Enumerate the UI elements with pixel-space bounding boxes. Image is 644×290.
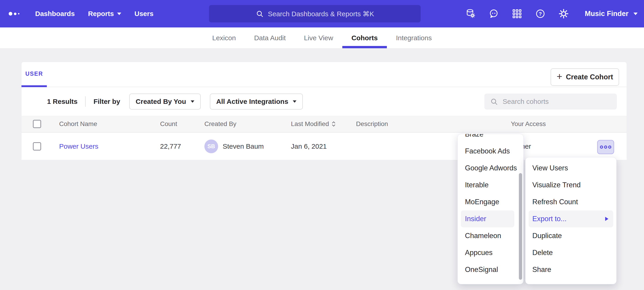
tab-data-audit[interactable]: Data Audit bbox=[245, 28, 295, 48]
more-dots-icon bbox=[598, 143, 613, 151]
chevron-down-icon bbox=[191, 100, 194, 103]
svg-text:?: ? bbox=[539, 11, 542, 17]
feedback-chat-icon[interactable] bbox=[488, 9, 499, 19]
help-icon[interactable]: ? bbox=[535, 9, 546, 19]
menu-item-google-adwords[interactable]: Google Adwords bbox=[458, 160, 524, 177]
logo-dot-medium bbox=[14, 13, 16, 15]
project-name: Music Finder bbox=[585, 10, 628, 18]
nav-users-label: Users bbox=[134, 10, 154, 18]
apps-grid-icon[interactable] bbox=[512, 9, 522, 19]
global-search-placeholder: Search Dashboards & Reports ⌘K bbox=[268, 10, 374, 18]
divider bbox=[85, 96, 86, 107]
tab-lexicon[interactable]: Lexicon bbox=[203, 28, 245, 48]
sort-icon bbox=[331, 120, 336, 127]
results-count: 1 Results bbox=[47, 98, 78, 105]
top-nav: Dashboards Reports Users Search Dashboar… bbox=[0, 0, 644, 28]
cohorts-card: USER + Create Cohort 1 Results Filter by… bbox=[21, 62, 627, 160]
last-modified-value: Jan 6, 2021 bbox=[291, 142, 356, 150]
chevron-down-icon bbox=[293, 100, 296, 103]
project-switcher[interactable]: Music Finder bbox=[585, 10, 638, 18]
filter-by-label: Filter by bbox=[94, 98, 120, 105]
col-cohort-name: Cohort Name bbox=[59, 120, 160, 128]
export-destinations-list: Braze Facebook Ads Google Adwords Iterab… bbox=[458, 134, 524, 278]
menu-item-duplicate[interactable]: Duplicate bbox=[526, 227, 616, 244]
create-cohort-label: Create Cohort bbox=[566, 73, 613, 81]
integrations-filter-dropdown[interactable]: All Active Integrations bbox=[210, 94, 303, 109]
created-by-filter-value: Created By You bbox=[136, 98, 186, 105]
export-to-label: Export to... bbox=[532, 215, 566, 223]
integrations-filter-value: All Active Integrations bbox=[216, 98, 288, 105]
menu-item-visualize-trend[interactable]: Visualize Trend bbox=[526, 177, 616, 194]
tab-user-cohorts[interactable]: USER bbox=[22, 62, 47, 87]
menu-item-moengage[interactable]: MoEngage bbox=[458, 194, 524, 210]
search-cohorts-input[interactable]: Search cohorts bbox=[484, 94, 617, 109]
col-last-modified-label: Last Modified bbox=[291, 120, 329, 128]
global-search-input[interactable]: Search Dashboards & Reports ⌘K bbox=[209, 5, 421, 22]
cohort-count: 22,777 bbox=[160, 142, 176, 150]
filter-toolbar: 1 Results Filter by Created By You All A… bbox=[22, 87, 627, 116]
create-cohort-button[interactable]: + Create Cohort bbox=[550, 68, 619, 86]
col-last-modified[interactable]: Last Modified bbox=[291, 120, 356, 128]
menu-item-refresh-count[interactable]: Refresh Count bbox=[526, 194, 616, 210]
cohort-actions-menu: View Users Visualize Trend Refresh Count… bbox=[525, 157, 616, 284]
menu-item-onesignal[interactable]: OneSignal bbox=[458, 261, 524, 278]
row-checkbox[interactable] bbox=[33, 142, 41, 151]
top-nav-actions: ? Music Finder bbox=[465, 9, 638, 19]
nav-dashboards-label: Dashboards bbox=[35, 10, 75, 18]
menu-item-facebook-ads[interactable]: Facebook Ads bbox=[458, 143, 524, 160]
cohort-type-tabs: USER + Create Cohort bbox=[22, 62, 627, 87]
primary-nav: Dashboards Reports Users bbox=[35, 10, 154, 18]
logo-dot-large bbox=[9, 12, 12, 16]
menu-item-view-users[interactable]: View Users bbox=[526, 160, 616, 177]
search-cohorts-placeholder: Search cohorts bbox=[503, 98, 549, 105]
export-destinations-menu: Braze Facebook Ads Google Adwords Iterab… bbox=[458, 134, 524, 284]
created-by-name: Steven Baum bbox=[223, 142, 264, 150]
menu-item-braze[interactable]: Braze bbox=[458, 134, 524, 143]
menu-item-export-to[interactable]: Export to... bbox=[529, 210, 613, 227]
nav-users[interactable]: Users bbox=[134, 10, 154, 18]
nav-reports[interactable]: Reports bbox=[88, 10, 121, 18]
chevron-down-icon bbox=[117, 13, 121, 15]
section-tabs: Lexicon Data Audit Live View Cohorts Int… bbox=[0, 28, 644, 49]
logo-dot-small bbox=[18, 13, 20, 15]
menu-item-insider[interactable]: Insider bbox=[461, 210, 514, 227]
tab-cohorts[interactable]: Cohorts bbox=[342, 28, 387, 48]
data-management-icon[interactable] bbox=[465, 9, 476, 19]
menu-item-share[interactable]: Share bbox=[526, 261, 616, 278]
col-description: Description bbox=[356, 120, 511, 128]
submenu-scrollbar[interactable] bbox=[519, 173, 522, 280]
col-your-access: Your Access bbox=[511, 120, 627, 128]
avatar: SB bbox=[204, 139, 218, 153]
tab-live-view[interactable]: Live View bbox=[295, 28, 342, 48]
nav-reports-label: Reports bbox=[88, 10, 114, 18]
table-row: Power Users 22,777 SB Steven Baum Jan 6,… bbox=[22, 133, 627, 160]
cohort-name-link[interactable]: Power Users bbox=[59, 142, 98, 150]
search-icon bbox=[256, 10, 264, 18]
chevron-down-icon bbox=[634, 13, 638, 15]
search-icon bbox=[490, 97, 498, 106]
settings-gear-icon[interactable] bbox=[558, 9, 569, 19]
submenu-arrow-icon bbox=[605, 217, 608, 221]
col-created-by: Created By bbox=[204, 120, 291, 128]
menu-item-delete[interactable]: Delete bbox=[526, 244, 616, 261]
plus-icon: + bbox=[556, 72, 562, 81]
cohort-actions-list: View Users Visualize Trend Refresh Count… bbox=[526, 160, 616, 278]
row-more-actions-button[interactable] bbox=[597, 140, 614, 154]
menu-item-iterable[interactable]: Iterable bbox=[458, 177, 524, 194]
created-by-filter-dropdown[interactable]: Created By You bbox=[129, 94, 201, 109]
tab-integrations[interactable]: Integrations bbox=[387, 28, 441, 48]
created-by-cell: SB Steven Baum bbox=[204, 139, 291, 153]
nav-dashboards[interactable]: Dashboards bbox=[35, 10, 75, 18]
mixpanel-logo[interactable] bbox=[9, 12, 22, 16]
table-header: Cohort Name Count Created By Last Modifi… bbox=[22, 116, 627, 133]
col-count: Count bbox=[160, 120, 176, 128]
menu-item-chameleon[interactable]: Chameleon bbox=[458, 227, 524, 244]
select-all-checkbox[interactable] bbox=[33, 120, 41, 128]
menu-item-appcues[interactable]: Appcues bbox=[458, 244, 524, 261]
